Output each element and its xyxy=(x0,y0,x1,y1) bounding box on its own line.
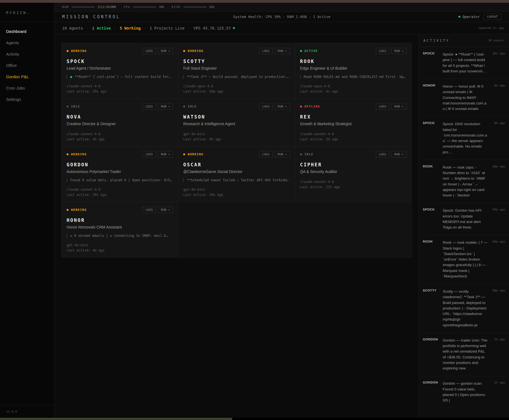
status-label: IDLE xyxy=(71,105,80,108)
activity-header: ACTIVITY 30 events xyxy=(419,34,509,47)
agent-role: Autonomous Polymarket Trader xyxy=(67,169,173,174)
status-label: WORKING xyxy=(71,208,87,212)
agent-card-scotty: WORKING LOGSRUN → SCOTTY Full Stack Engi… xyxy=(178,43,295,98)
agent-role: Full Stack Engineer xyxy=(183,66,290,70)
status-dot-icon xyxy=(183,153,185,155)
mission-control-app: RYOJIN. Dashboard Agents Activity Office… xyxy=(0,3,509,418)
logs-button[interactable]: LOGS xyxy=(376,103,389,110)
agent-model: gpt-4o-mini xyxy=(183,187,290,192)
event-text: Spock: ● **Rook** (`cool-pine`) — full c… xyxy=(443,52,487,74)
sidebar-item-dashboard[interactable]: Dashboard xyxy=(0,26,54,37)
run-button[interactable]: RUN → xyxy=(391,103,406,110)
system-health-summary: System Health: CPU 39% · RAM 2.0GB · 1 A… xyxy=(54,15,509,19)
agent-name: ROOK xyxy=(300,59,406,64)
empty-grid-area xyxy=(178,202,411,257)
logs-button[interactable]: LOGS xyxy=(376,48,389,54)
logs-button[interactable]: LOGS xyxy=(143,103,156,110)
event-agent: ROOK xyxy=(423,240,440,279)
logs-button[interactable]: LOGS xyxy=(143,48,156,54)
projects-live-count: 1 Projects Live xyxy=(149,26,184,30)
status-dot-icon xyxy=(67,106,69,107)
run-button[interactable]: RUN → xyxy=(158,151,173,158)
logs-button[interactable]: LOGS xyxy=(259,103,273,110)
cpu-label: CPU xyxy=(124,6,130,9)
sidebar: RYOJIN. Dashboard Agents Activity Office… xyxy=(0,3,54,418)
activity-list: SPOCK Spock: ● **Rook** (`cool-pine`) — … xyxy=(419,47,509,408)
operator-label: Operator xyxy=(463,15,480,19)
activity-event: ROOK Rook — rook mobile: | 7 — Stack log… xyxy=(419,235,509,284)
logout-button[interactable]: LOGOUT xyxy=(484,14,501,20)
agent-role: Research & Intelligence Agent xyxy=(183,122,290,126)
activity-event: HONOR Honor — honor poll: ✉ 0 unread ema… xyxy=(419,79,509,117)
logs-button[interactable]: LOGS xyxy=(143,207,156,213)
sidebar-item-agents[interactable]: Agents xyxy=(0,37,54,48)
agent-role: Edge Engineer & UI Builder xyxy=(300,66,406,70)
ram-label: RAM xyxy=(62,6,69,9)
agent-name: SCOTTY xyxy=(183,59,290,64)
agent-role: Honor Removals CRM Assistant xyxy=(67,225,173,229)
agent-card-honor: WORKING LOGSRUN → HONOR Honor Removals C… xyxy=(62,202,178,257)
online-dot-icon xyxy=(458,16,460,18)
logs-button[interactable]: LOGS xyxy=(143,151,156,158)
agent-status: WORKING xyxy=(67,153,87,156)
agent-status: WORKING xyxy=(183,49,203,53)
status-label: ACTIVE xyxy=(305,49,318,53)
agent-role: QA & Security Auditor xyxy=(300,169,406,174)
run-button[interactable]: RUN → xyxy=(275,103,290,110)
status-label: IDLE xyxy=(188,105,197,108)
sidebar-item-activity[interactable]: Activity xyxy=(0,48,54,60)
status-bar: 10 Agents · 1 Active · 5 Working · 1 Pro… xyxy=(54,22,509,34)
cpu-meter-track xyxy=(133,6,156,8)
agent-model: gpt-4o-mini xyxy=(67,243,173,248)
sidebar-item-settings[interactable]: Settings xyxy=(0,94,54,105)
event-text: Rook — rook caps: - Number dims to `#333… xyxy=(443,165,487,198)
sidebar-nav: Dashboard Agents Activity Office Gordon … xyxy=(0,22,54,105)
agent-status: OFFLINE xyxy=(300,105,320,108)
ram-meter-track xyxy=(72,6,95,8)
agent-role: Lead Agent / Orchestrator xyxy=(67,66,173,70)
run-button[interactable]: RUN → xyxy=(391,151,406,158)
activity-event: ROOK Rook — rook caps: - Number dims to … xyxy=(419,160,509,203)
agent-role: Growth & Marketing Strategist xyxy=(300,122,406,126)
system-resource-bar: RAM 2111/3910MB CPU 39% DISK 32% xyxy=(54,3,509,12)
agent-last-message: **Task 2** — Build passed, deployed to p… xyxy=(183,75,290,79)
event-time: 58m ago xyxy=(490,289,505,328)
run-button[interactable]: RUN → xyxy=(158,207,173,213)
agent-name: REX xyxy=(300,114,406,120)
app-logo: RYOJIN. xyxy=(0,3,54,22)
logs-button[interactable]: LOGS xyxy=(259,151,273,158)
run-button[interactable]: RUN → xyxy=(158,48,173,54)
message-text: **Task 2** — Build passed, deployed to p… xyxy=(187,75,288,79)
logs-button[interactable]: LOGS xyxy=(259,48,273,54)
message-text: Read ROOK-RULES.md and ROOK-CHECKLIST.md… xyxy=(304,75,405,79)
status-label: WORKING xyxy=(188,153,203,156)
agent-card-rook: ACTIVE LOGSRUN → ROOK Edge Engineer & UI… xyxy=(295,43,411,98)
agent-model: claude-sonnet-4-6 xyxy=(300,132,406,137)
agent-status: WORKING xyxy=(67,49,87,53)
sidebar-item-cron-jobs[interactable]: Cron Jobs xyxy=(0,82,54,94)
logs-button[interactable]: LOGS xyxy=(376,151,389,158)
run-button[interactable]: RUN → xyxy=(391,48,406,54)
run-button[interactable]: RUN → xyxy=(275,151,290,158)
agent-last-message: ● **Rook** (`cool-pine`) — full content … xyxy=(67,75,173,79)
event-text: Gordon — gordon scan: Found 0 value bets… xyxy=(443,381,487,403)
agent-card-spock: WORKING LOGSRUN → SPOCK Lead Agent / Orc… xyxy=(62,43,178,98)
agent-name: NOVA xyxy=(67,114,173,120)
main-area: RAM 2111/3910MB CPU 39% DISK 32% MISSION… xyxy=(54,3,509,418)
status-label: IDLE xyxy=(305,153,314,156)
agent-status: IDLE xyxy=(183,105,197,108)
sidebar-item-office[interactable]: Office xyxy=(0,60,54,71)
status-label: WORKING xyxy=(71,153,87,156)
separator: · xyxy=(144,26,146,30)
bottom-taskbar-segment xyxy=(0,418,232,420)
cpu-meter: CPU 39% xyxy=(124,6,164,9)
run-button[interactable]: RUN → xyxy=(158,103,173,110)
event-text: Scotty — scotty clawborne2: **Task 2** —… xyxy=(443,289,487,328)
message-text: **Scheduled tweet failed — Twitter API 4… xyxy=(187,178,288,182)
agent-model: claude-sonnet-4-6 xyxy=(300,179,406,185)
run-button[interactable]: RUN → xyxy=(275,48,290,54)
sidebar-item-gordon-pnl[interactable]: Gordon P&L xyxy=(0,71,54,82)
activity-title: ACTIVITY xyxy=(423,38,450,43)
active-count: 1 Active xyxy=(92,26,111,30)
agent-model: claude-sonnet-4-6 xyxy=(67,187,173,192)
